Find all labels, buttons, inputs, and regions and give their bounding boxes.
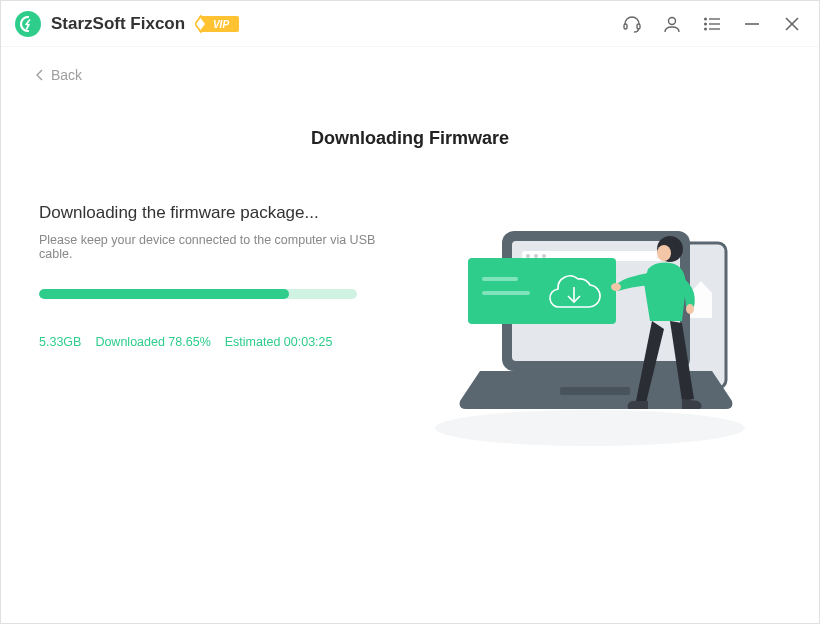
illustration (403, 203, 787, 463)
svg-point-8 (705, 28, 707, 30)
titlebar-controls (621, 13, 803, 35)
app-title: StarzSoft Fixcon (51, 14, 185, 34)
svg-point-3 (669, 17, 676, 24)
svg-rect-1 (624, 24, 627, 29)
support-icon[interactable] (621, 13, 643, 35)
download-stats: 5.33GB Downloaded 78.65% Estimated 00:03… (39, 335, 403, 349)
svg-point-13 (435, 410, 745, 446)
svg-point-28 (611, 283, 621, 291)
stat-downloaded: Downloaded 78.65% (95, 335, 210, 349)
back-label: Back (51, 67, 82, 83)
svg-point-29 (686, 304, 694, 314)
page-title: Downloading Firmware (33, 128, 787, 149)
menu-icon[interactable] (701, 13, 723, 35)
svg-point-20 (542, 254, 546, 258)
download-heading: Downloading the firmware package... (39, 203, 403, 223)
svg-point-6 (705, 23, 707, 25)
minimize-icon[interactable] (741, 13, 763, 35)
app-logo-icon (15, 11, 41, 37)
progress-bar (39, 289, 357, 299)
download-panel: Downloading the firmware package... Plea… (33, 203, 403, 463)
svg-point-27 (657, 245, 671, 261)
chevron-left-icon (33, 68, 47, 82)
app-window: StarzSoft Fixcon VIP (0, 0, 820, 624)
close-icon[interactable] (781, 13, 803, 35)
download-subtext: Please keep your device connected to the… (39, 233, 403, 261)
vip-badge-icon: VIP (195, 14, 239, 34)
progress-fill (39, 289, 289, 299)
stat-estimated: Estimated 00:03:25 (225, 335, 333, 349)
svg-point-18 (526, 254, 530, 258)
stat-size: 5.33GB (39, 335, 81, 349)
svg-rect-2 (637, 24, 640, 29)
back-button[interactable]: Back (33, 67, 82, 83)
svg-text:VIP: VIP (213, 19, 229, 30)
svg-point-4 (705, 18, 707, 20)
user-icon[interactable] (661, 13, 683, 35)
content-area: Back Downloading Firmware Downloading th… (1, 47, 819, 623)
svg-rect-21 (560, 387, 630, 395)
titlebar: StarzSoft Fixcon VIP (1, 1, 819, 47)
svg-point-19 (534, 254, 538, 258)
